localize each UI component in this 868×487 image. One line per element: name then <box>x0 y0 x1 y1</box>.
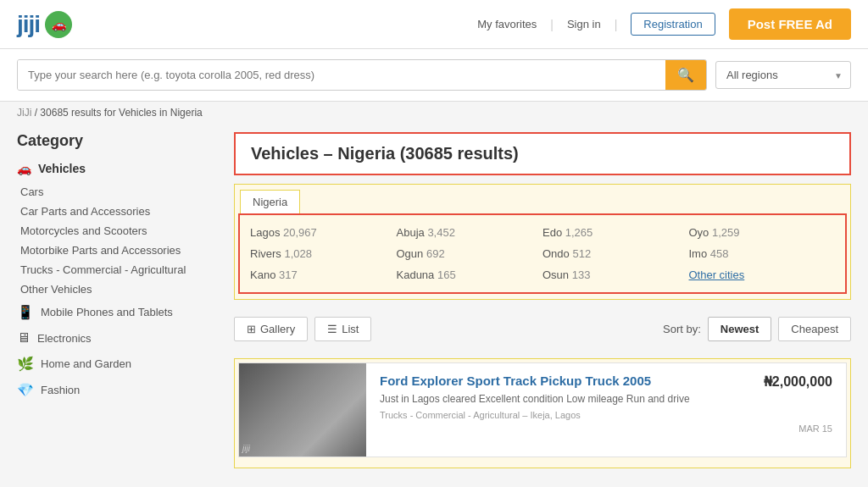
region-wrap: All regions <box>715 61 851 89</box>
listing-card-wrap: jiji Ford Explorer Sport Track Pickup Tr… <box>234 358 851 468</box>
sidebar-category-title: Category <box>17 132 220 150</box>
page-title: Vehicles – Nigeria (30685 results) <box>234 132 851 175</box>
cities-tab-nigeria[interactable]: Nigeria <box>240 190 300 213</box>
nav-divider: | <box>550 18 554 31</box>
breadcrumb-text: 30685 results for Vehicles in Nigeria <box>40 107 202 119</box>
sidebar-item-electronics[interactable]: 🖥 Electronics <box>17 325 220 351</box>
cities-grid: Lagos 20,967 Abuja 3,452 Edo 1,265 Oyo 1… <box>240 215 845 292</box>
header: jiji 🚗 My favorites | Sign in | Registra… <box>0 0 868 49</box>
vehicles-icon: 🚗 <box>17 162 31 175</box>
nav-divider-2: | <box>615 18 618 31</box>
listing-price-area: ₦2,000,000 MAR 15 <box>736 363 846 457</box>
sort-label: Sort by: <box>663 323 701 335</box>
sort-cheapest-button[interactable]: Cheapest <box>778 317 851 341</box>
search-input-wrap: 🔍 <box>17 59 707 91</box>
region-select[interactable]: All regions <box>715 61 851 89</box>
view-list-button[interactable]: ☰ List <box>314 317 371 341</box>
city-osun[interactable]: Osun 133 <box>542 266 689 284</box>
city-imo[interactable]: Imo 458 <box>689 245 836 263</box>
home-garden-label: Home and Garden <box>41 357 131 370</box>
city-other[interactable]: Other cities <box>689 266 836 284</box>
search-bar-area: 🔍 All regions <box>0 49 868 102</box>
search-input[interactable] <box>18 60 665 90</box>
sidebar-item-home-garden[interactable]: 🌿 Home and Garden <box>17 351 220 377</box>
gallery-icon: ⊞ <box>247 323 256 335</box>
sidebar-item-cars[interactable]: Cars <box>20 182 220 202</box>
sidebar-item-trucks[interactable]: Trucks - Commercial - Agricultural <box>20 260 220 279</box>
cities-border-box: Lagos 20,967 Abuja 3,452 Edo 1,265 Oyo 1… <box>238 213 847 294</box>
listing-image: jiji <box>239 363 366 457</box>
sidebar-item-other-vehicles[interactable]: Other Vehicles <box>20 279 220 299</box>
search-button[interactable]: 🔍 <box>665 60 706 90</box>
cities-panel: Nigeria Lagos 20,967 Abuja 3,452 Edo 1,2… <box>234 184 851 300</box>
sidebar-item-motorbike-parts[interactable]: Motorbike Parts and Accessories <box>20 241 220 260</box>
trucks-label: Trucks - Commercial - Agricultural <box>20 263 186 276</box>
car-parts-label: Car Parts and Accessories <box>20 205 150 218</box>
sidebar: Category 🚗 Vehicles Cars Car Parts and A… <box>17 132 220 468</box>
jiji-watermark: jiji <box>242 444 250 453</box>
signin-link[interactable]: Sign in <box>567 18 601 30</box>
city-lagos[interactable]: Lagos 20,967 <box>250 224 397 241</box>
list-label: List <box>342 323 359 335</box>
sidebar-sub-items: Cars Car Parts and Accessories Motorcycl… <box>17 182 220 299</box>
listing-image-inner: jiji <box>239 363 366 457</box>
breadcrumb-home[interactable]: JiJi <box>17 107 31 119</box>
favorites-link[interactable]: My favorites <box>477 18 537 30</box>
sidebar-item-car-parts[interactable]: Car Parts and Accessories <box>20 202 220 221</box>
logo-area: jiji 🚗 <box>17 11 72 38</box>
sidebar-item-phones[interactable]: 📱 Mobile Phones and Tablets <box>17 299 220 325</box>
vehicles-label: Vehicles <box>38 162 86 175</box>
logo-icon: 🚗 <box>45 11 72 38</box>
registration-button[interactable]: Registration <box>631 13 715 36</box>
gallery-label: Gallery <box>260 323 295 335</box>
sort-view-bar: ⊞ Gallery ☰ List Sort by: Newest Cheapes… <box>234 310 851 348</box>
listing-date: MAR 15 <box>749 423 832 434</box>
listing-meta: Trucks - Commercial - Agricultural – Ike… <box>380 410 722 420</box>
motorbike-parts-label: Motorbike Parts and Accessories <box>20 244 181 257</box>
cars-label: Cars <box>20 185 43 198</box>
header-nav: My favorites | Sign in | Registration Po… <box>477 8 851 40</box>
phones-label: Mobile Phones and Tablets <box>41 306 173 318</box>
city-kano[interactable]: Kano 317 <box>250 266 397 284</box>
city-edo[interactable]: Edo 1,265 <box>542 224 689 241</box>
post-ad-button[interactable]: Post FREE Ad <box>729 8 851 40</box>
sidebar-item-motorcycles[interactable]: Motorcycles and Scooters <box>20 221 220 241</box>
other-cities-link[interactable]: Other cities <box>689 268 745 281</box>
electronics-label: Electronics <box>37 332 92 345</box>
city-rivers[interactable]: Rivers 1,028 <box>250 245 397 263</box>
list-icon: ☰ <box>327 323 337 335</box>
breadcrumb: JiJi / 30685 results for Vehicles in Nig… <box>0 102 868 124</box>
city-ogun[interactable]: Ogun 692 <box>397 245 543 263</box>
sort-newest-button[interactable]: Newest <box>708 317 772 341</box>
main-layout: Category 🚗 Vehicles Cars Car Parts and A… <box>0 124 868 477</box>
logo-text: jiji <box>17 11 40 38</box>
listing-description: Just in Lagos cleared Excellent conditio… <box>380 393 722 405</box>
listing-price: ₦2,000,000 <box>749 374 832 390</box>
city-kaduna[interactable]: Kaduna 165 <box>397 266 543 284</box>
fashion-label: Fashion <box>41 384 80 396</box>
home-garden-icon: 🌿 <box>17 356 34 372</box>
listing-title[interactable]: Ford Explorer Sport Track Pickup Truck 2… <box>380 374 722 388</box>
sidebar-item-fashion[interactable]: 💎 Fashion <box>17 377 220 403</box>
listing-card: jiji Ford Explorer Sport Track Pickup Tr… <box>238 362 847 457</box>
content-area: Vehicles – Nigeria (30685 results) Niger… <box>234 132 851 468</box>
city-oyo[interactable]: Oyo 1,259 <box>689 224 836 241</box>
electronics-icon: 🖥 <box>17 330 31 346</box>
city-ondo[interactable]: Ondo 512 <box>542 245 689 263</box>
phones-icon: 📱 <box>17 304 34 320</box>
listing-details: Ford Explorer Sport Track Pickup Truck 2… <box>366 363 736 457</box>
view-gallery-button[interactable]: ⊞ Gallery <box>234 317 308 341</box>
motorcycles-label: Motorcycles and Scooters <box>20 224 147 237</box>
fashion-icon: 💎 <box>17 382 34 398</box>
city-abuja[interactable]: Abuja 3,452 <box>397 224 543 241</box>
other-vehicles-label: Other Vehicles <box>20 283 92 296</box>
sidebar-item-vehicles[interactable]: 🚗 Vehicles <box>17 158 220 182</box>
